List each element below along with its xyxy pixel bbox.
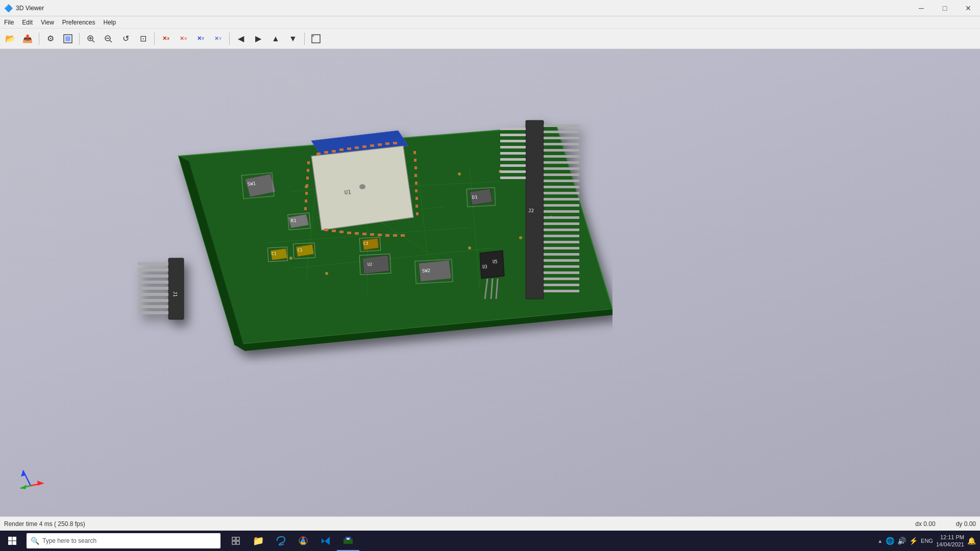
clock-time: 12:11 PM bbox=[936, 534, 964, 541]
close-button[interactable]: ✕ bbox=[957, 0, 980, 16]
zoom-in-button[interactable] bbox=[83, 31, 99, 46]
svg-rect-135 bbox=[544, 253, 579, 256]
svg-point-33 bbox=[468, 246, 471, 249]
kicad-button[interactable] bbox=[337, 531, 359, 551]
svg-line-99 bbox=[496, 279, 498, 299]
open-file-button[interactable]: 📂 bbox=[2, 31, 18, 46]
svg-rect-168 bbox=[8, 541, 12, 545]
svg-rect-103 bbox=[138, 262, 168, 265]
svg-rect-136 bbox=[544, 259, 579, 262]
svg-rect-78 bbox=[415, 205, 418, 208]
svg-rect-113 bbox=[526, 120, 544, 299]
start-button[interactable] bbox=[0, 531, 24, 551]
svg-rect-77 bbox=[415, 197, 418, 200]
svg-rect-155 bbox=[415, 259, 453, 284]
svg-rect-148 bbox=[500, 164, 526, 167]
svg-point-34 bbox=[519, 236, 522, 239]
svg-rect-105 bbox=[138, 274, 168, 278]
edge-browser-button[interactable] bbox=[270, 531, 292, 551]
menu-preferences[interactable]: Preferences bbox=[58, 18, 100, 27]
task-view-button[interactable] bbox=[225, 531, 247, 551]
menu-file[interactable]: File bbox=[0, 18, 18, 27]
svg-text:U5: U5 bbox=[493, 260, 498, 264]
menu-help[interactable]: Help bbox=[100, 18, 120, 27]
viewport[interactable]: U1 bbox=[0, 49, 980, 516]
svg-rect-128 bbox=[544, 210, 579, 213]
svg-text:C1: C1 bbox=[272, 251, 277, 256]
3d-view-button[interactable] bbox=[60, 31, 76, 46]
taskbar-apps: 📁 bbox=[225, 531, 359, 551]
svg-marker-84 bbox=[470, 189, 493, 205]
rotate-button[interactable]: ↺ bbox=[117, 31, 134, 46]
svg-point-35 bbox=[550, 216, 553, 219]
svg-point-29 bbox=[499, 170, 502, 173]
svg-rect-104 bbox=[138, 268, 168, 271]
taskbar: 🔍 Type here to search 📁 bbox=[0, 531, 980, 551]
svg-rect-79 bbox=[416, 212, 419, 215]
svg-rect-154 bbox=[467, 188, 496, 207]
svg-marker-36 bbox=[311, 131, 408, 156]
svg-rect-111 bbox=[138, 311, 168, 314]
svg-rect-108 bbox=[138, 293, 168, 296]
svg-rect-166 bbox=[8, 537, 12, 541]
chrome-button[interactable] bbox=[292, 531, 314, 551]
svg-rect-159 bbox=[359, 254, 391, 274]
no-copper-y-button[interactable]: ✕Y bbox=[192, 31, 209, 46]
svg-rect-117 bbox=[544, 143, 579, 145]
vscode-button[interactable] bbox=[314, 531, 337, 551]
statusbar: Render time 4 ms ( 250.8 fps) dx 0.00 dy… bbox=[0, 516, 980, 531]
svg-line-18 bbox=[291, 248, 495, 268]
svg-rect-107 bbox=[138, 287, 168, 290]
svg-rect-69 bbox=[304, 215, 306, 218]
taskbar-search-box[interactable]: 🔍 Type here to search bbox=[27, 533, 220, 548]
svg-rect-67 bbox=[305, 199, 307, 203]
svg-rect-58 bbox=[378, 234, 382, 236]
lang-indicator[interactable]: ENG bbox=[921, 538, 933, 544]
svg-rect-48 bbox=[378, 143, 382, 146]
svg-rect-121 bbox=[544, 167, 579, 170]
svg-marker-90 bbox=[362, 238, 379, 250]
system-clock[interactable]: 12:11 PM 14/04/2021 bbox=[936, 534, 964, 548]
maximize-button[interactable]: □ bbox=[933, 0, 957, 16]
view-bottom-button[interactable]: ▼ bbox=[285, 31, 301, 46]
svg-rect-60 bbox=[393, 234, 397, 237]
zoom-fit-button[interactable]: ⊡ bbox=[135, 31, 151, 46]
svg-marker-86 bbox=[271, 248, 287, 260]
file-explorer-button[interactable]: 📁 bbox=[247, 531, 270, 551]
svg-rect-46 bbox=[362, 145, 366, 148]
dy-value: dy 0.00 bbox=[956, 520, 976, 528]
svg-point-30 bbox=[529, 180, 532, 183]
view-right-button[interactable]: ▶ bbox=[250, 31, 266, 46]
zoom-out-button[interactable] bbox=[100, 31, 116, 46]
svg-marker-13 bbox=[179, 156, 245, 350]
up-arrow-icon[interactable]: ▲ bbox=[877, 538, 883, 544]
settings-button[interactable]: ⚙ bbox=[42, 31, 59, 46]
svg-rect-120 bbox=[544, 161, 579, 164]
svg-rect-63 bbox=[307, 169, 309, 172]
menu-view[interactable]: View bbox=[37, 18, 58, 27]
svg-rect-41 bbox=[324, 151, 328, 154]
svg-rect-106 bbox=[138, 281, 168, 284]
notification-icon[interactable]: 🔔 bbox=[967, 537, 976, 545]
minimize-button[interactable]: ─ bbox=[910, 0, 933, 16]
svg-rect-52 bbox=[332, 230, 336, 232]
ortho-view-button[interactable] bbox=[308, 31, 324, 46]
svg-rect-142 bbox=[500, 128, 526, 130]
svg-point-32 bbox=[325, 272, 328, 275]
export-button[interactable]: 📤 bbox=[19, 31, 36, 46]
svg-rect-179 bbox=[347, 538, 350, 540]
svg-rect-167 bbox=[13, 537, 17, 541]
copper-y-button[interactable]: ✕Y bbox=[210, 31, 226, 46]
svg-line-7 bbox=[110, 40, 112, 42]
svg-rect-172 bbox=[232, 541, 235, 544]
svg-line-23 bbox=[393, 182, 500, 187]
volume-icon[interactable]: 🔊 bbox=[897, 537, 906, 545]
view-top-button[interactable]: ▲ bbox=[267, 31, 284, 46]
copper-x-button[interactable]: ✕X bbox=[175, 31, 191, 46]
no-copper-x-button[interactable]: ✕X bbox=[158, 31, 174, 46]
menu-edit[interactable]: Edit bbox=[18, 18, 37, 27]
app-icon: 🔷 bbox=[4, 4, 13, 12]
view-left-button[interactable]: ◀ bbox=[233, 31, 249, 46]
svg-text:SW2: SW2 bbox=[422, 268, 431, 273]
svg-rect-130 bbox=[544, 222, 579, 225]
